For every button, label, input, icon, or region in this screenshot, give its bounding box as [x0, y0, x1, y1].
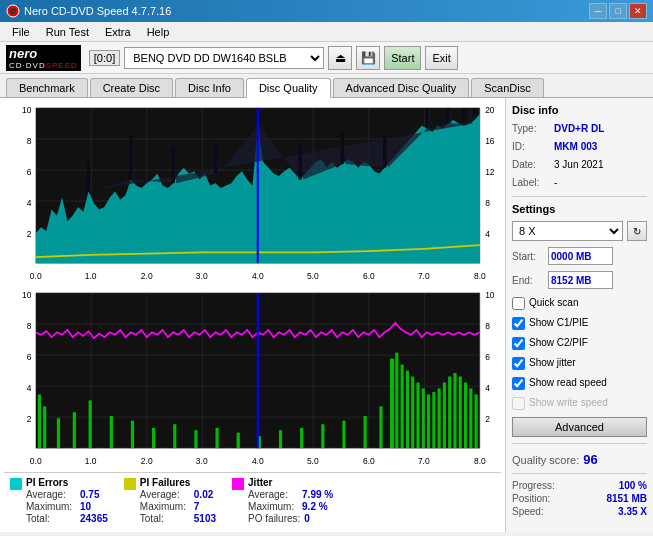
c2pif-label: Show C2/PIF	[529, 335, 588, 351]
svg-rect-71	[73, 412, 76, 448]
quality-score-value: 96	[583, 452, 597, 467]
refresh-button[interactable]: ↻	[627, 221, 647, 241]
disc-type-row: Type: DVD+R DL	[512, 122, 647, 136]
toolbar: nero CD·DVDSPEED [0:0] BENQ DVD DD DW164…	[0, 42, 653, 74]
menu-run-test[interactable]: Run Test	[38, 24, 97, 40]
maximize-button[interactable]: □	[609, 3, 627, 19]
end-mb-input[interactable]	[548, 271, 613, 289]
settings-title: Settings	[512, 203, 647, 215]
svg-text:8: 8	[27, 320, 32, 331]
start-mb-row: Start:	[512, 247, 647, 265]
advanced-button[interactable]: Advanced	[512, 417, 647, 437]
end-mb-row: End:	[512, 271, 647, 289]
jitter-checkbox[interactable]	[512, 357, 525, 370]
svg-rect-95	[432, 392, 435, 448]
tab-disc-info[interactable]: Disc Info	[175, 78, 244, 97]
chart-area: 10 8 6 4 2 20 16 12 8 4 0.0 1.0 2.0 3.0 …	[0, 98, 505, 532]
svg-text:7.0: 7.0	[418, 270, 430, 281]
svg-text:10: 10	[22, 104, 31, 115]
nero-sub: CD·DVDSPEED	[9, 61, 78, 70]
c2pif-checkbox[interactable]	[512, 337, 525, 350]
svg-text:7.0: 7.0	[418, 455, 430, 466]
svg-text:6: 6	[485, 351, 490, 362]
quick-scan-checkbox[interactable]	[512, 297, 525, 310]
tab-advanced-disc-quality[interactable]: Advanced Disc Quality	[333, 78, 470, 97]
disc-info-title: Disc info	[512, 104, 647, 116]
start-button[interactable]: Start	[384, 46, 421, 70]
svg-text:4: 4	[27, 197, 32, 208]
svg-rect-93	[422, 388, 425, 448]
c1pie-checkbox[interactable]	[512, 317, 525, 330]
svg-text:1.0: 1.0	[85, 455, 97, 466]
svg-rect-87	[390, 359, 394, 449]
svg-text:4: 4	[485, 228, 490, 239]
svg-rect-79	[237, 433, 240, 449]
tab-disc-quality[interactable]: Disc Quality	[246, 78, 331, 98]
nero-logo: nero	[9, 46, 37, 61]
c2pif-row: Show C2/PIF	[512, 335, 647, 351]
close-button[interactable]: ✕	[629, 3, 647, 19]
svg-text:6.0: 6.0	[363, 455, 375, 466]
quick-scan-row: Quick scan	[512, 295, 647, 311]
jitter-po: 0	[304, 513, 310, 524]
svg-text:6: 6	[27, 166, 32, 177]
menu-extra[interactable]: Extra	[97, 24, 139, 40]
pi-errors-max-label: Maximum:	[26, 501, 76, 512]
start-mb-input[interactable]	[548, 247, 613, 265]
svg-rect-82	[300, 428, 303, 448]
save-icon[interactable]: 💾	[356, 46, 380, 70]
svg-text:2.0: 2.0	[141, 270, 153, 281]
exit-button[interactable]: Exit	[425, 46, 457, 70]
svg-rect-102	[469, 388, 472, 448]
svg-text:3.0: 3.0	[196, 270, 208, 281]
top-chart: 10 8 6 4 2 20 16 12 8 4 0.0 1.0 2.0 3.0 …	[4, 102, 501, 287]
tab-create-disc[interactable]: Create Disc	[90, 78, 173, 97]
tab-scan-disc[interactable]: ScanDisc	[471, 78, 543, 97]
read-speed-label: Show read speed	[529, 375, 607, 391]
pi-errors-label: PI Errors	[26, 477, 108, 488]
svg-text:8: 8	[485, 320, 490, 331]
svg-text:12: 12	[485, 166, 494, 177]
disc-type-label: Type:	[512, 122, 550, 136]
position-value: 8151 MB	[606, 493, 647, 504]
speed-info-row: Speed: 3.35 X	[512, 506, 647, 517]
progress-row: Progress: 100 %	[512, 480, 647, 491]
svg-text:2: 2	[27, 228, 32, 239]
pi-failures-label: PI Failures	[140, 477, 216, 488]
stat-group-jitter: Jitter Average: 7.99 % Maximum: 9.2 % PO…	[232, 477, 333, 524]
speed-row: Max4 X6 X8 X12 X16 X ↻	[512, 221, 647, 241]
menu-file[interactable]: File	[4, 24, 38, 40]
svg-text:3.0: 3.0	[196, 455, 208, 466]
speed-selector[interactable]: Max4 X6 X8 X12 X16 X	[512, 221, 623, 241]
disc-date-value: 3 Jun 2021	[554, 158, 604, 172]
svg-rect-99	[453, 373, 456, 448]
disc-id-label: ID:	[512, 140, 550, 154]
pi-errors-total: 24365	[80, 513, 108, 524]
read-speed-checkbox[interactable]	[512, 377, 525, 390]
svg-rect-88	[395, 353, 398, 448]
svg-text:0.0: 0.0	[30, 270, 42, 281]
svg-rect-72	[89, 400, 92, 448]
svg-text:5.0: 5.0	[307, 270, 319, 281]
progress-section: Progress: 100 % Position: 8151 MB Speed:…	[512, 480, 647, 519]
tab-bar: Benchmark Create Disc Disc Info Disc Qua…	[0, 74, 653, 98]
svg-text:10: 10	[485, 289, 494, 300]
eject-icon[interactable]: ⏏	[328, 46, 352, 70]
svg-rect-98	[448, 377, 451, 449]
drive-selector[interactable]: BENQ DVD DD DW1640 BSLB	[124, 47, 324, 69]
menu-help[interactable]: Help	[139, 24, 178, 40]
svg-rect-69	[43, 406, 46, 448]
tab-benchmark[interactable]: Benchmark	[6, 78, 88, 97]
jitter-label: Jitter	[248, 477, 333, 488]
svg-text:4.0: 4.0	[252, 270, 264, 281]
pi-failures-max-label: Maximum:	[140, 501, 190, 512]
drive-label: [0:0]	[89, 50, 120, 66]
disc-id-row: ID: MKM 003	[512, 140, 647, 154]
minimize-button[interactable]: ─	[589, 3, 607, 19]
jitter-row: Show jitter	[512, 355, 647, 371]
disc-label-value: -	[554, 176, 557, 190]
progress-value: 100 %	[619, 480, 647, 491]
start-mb-label: Start:	[512, 251, 544, 262]
svg-rect-75	[152, 428, 155, 448]
window-controls[interactable]: ─ □ ✕	[589, 3, 647, 19]
